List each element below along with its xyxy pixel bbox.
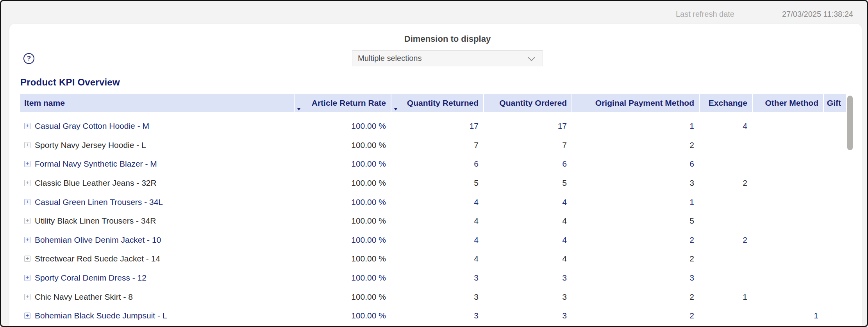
cell-qty-ordered: 4 <box>483 254 572 263</box>
cell-payment-method: 3 <box>572 273 699 283</box>
table-row[interactable]: + Sporty Coral Denim Dress - 12 100.00 %… <box>20 268 846 288</box>
cell-return-rate: 100.00 % <box>294 216 391 226</box>
column-header-other-method[interactable]: Other Method <box>752 94 823 112</box>
item-name-label: Formal Navy Synthetic Blazer - M <box>35 159 157 169</box>
expand-icon[interactable]: + <box>24 294 30 300</box>
cell-return-rate: 100.00 % <box>294 197 391 207</box>
table-row[interactable]: + Sporty Navy Jersey Hoodie - L 100.00 %… <box>20 136 846 155</box>
column-header-quantity-ordered[interactable]: Quantity Ordered <box>483 94 572 112</box>
column-header-quantity-returned[interactable]: Quantity Returned <box>391 94 483 112</box>
expand-icon[interactable]: + <box>24 199 30 205</box>
cell-item-name[interactable]: + Casual Green Linen Trousers - 34L <box>20 197 294 207</box>
expand-icon[interactable]: + <box>24 313 30 319</box>
cell-exchange: 2 <box>699 178 752 188</box>
column-header-article-return-rate[interactable]: Article Return Rate <box>294 94 391 112</box>
chevron-down-icon <box>528 54 535 61</box>
last-refresh-label: Last refresh date <box>676 10 734 19</box>
last-refresh-value: 27/03/2025 11:38:24 <box>782 10 853 19</box>
cell-return-rate: 100.00 % <box>294 292 391 302</box>
column-header-gift[interactable]: Gift <box>823 94 846 112</box>
cell-qty-returned: 3 <box>391 311 483 320</box>
expand-icon[interactable]: + <box>24 142 30 148</box>
cell-qty-returned: 4 <box>391 254 483 263</box>
cell-qty-returned: 3 <box>391 273 483 283</box>
item-name-label: Casual Green Linen Trousers - 34L <box>35 197 163 207</box>
cell-payment-method: 2 <box>572 235 699 245</box>
table-row[interactable]: + Chic Navy Leather Skirt - 8 100.00 %33… <box>20 287 846 306</box>
item-name-label: Classic Blue Leather Jeans - 32R <box>35 178 157 188</box>
column-header-item-name[interactable]: Item name <box>20 94 294 112</box>
cell-payment-method: 2 <box>572 254 699 263</box>
dashboard-card: Dimension to display Multiple selections… <box>9 24 862 327</box>
expand-icon[interactable]: + <box>24 256 30 262</box>
table-row[interactable]: + Bohemian Olive Denim Jacket - 10 100.0… <box>20 231 846 250</box>
cell-return-rate: 100.00 % <box>294 254 391 263</box>
cell-item-name[interactable]: + Classic Blue Leather Jeans - 32R <box>20 178 294 188</box>
cell-exchange: 1 <box>699 292 752 302</box>
cell-payment-method: 5 <box>572 216 699 226</box>
expand-icon[interactable]: + <box>24 237 30 243</box>
table-row[interactable]: + Utility Black Linen Trousers - 34R 100… <box>20 211 846 231</box>
cell-payment-method: 3 <box>572 178 699 188</box>
cell-return-rate: 100.00 % <box>294 121 391 131</box>
table-row[interactable]: + Classic Blue Leather Jeans - 32R 100.0… <box>20 174 846 193</box>
cell-item-name[interactable]: + Sporty Navy Jersey Hoodie - L <box>20 140 294 150</box>
cell-item-name[interactable]: + Chic Navy Leather Skirt - 8 <box>20 292 294 302</box>
help-icon[interactable]: ? <box>23 53 34 64</box>
cell-payment-method: 1 <box>572 197 699 207</box>
expand-icon[interactable]: + <box>24 275 30 281</box>
cell-qty-ordered: 4 <box>483 197 572 207</box>
cell-qty-ordered: 17 <box>483 121 572 131</box>
kpi-table: Item name Article Return Rate Quantity R… <box>20 94 846 325</box>
item-name-label: Sporty Coral Denim Dress - 12 <box>35 273 146 283</box>
vertical-scrollbar-thumb[interactable] <box>847 96 853 150</box>
cell-payment-method: 6 <box>572 159 699 169</box>
dimension-selector-title: Dimension to display <box>352 34 543 44</box>
cell-return-rate: 100.00 % <box>294 159 391 169</box>
cell-item-name[interactable]: + Sporty Coral Denim Dress - 12 <box>20 273 294 283</box>
cell-qty-returned: 3 <box>391 292 483 302</box>
app-window: Last refresh date 27/03/2025 11:38:24 Di… <box>0 0 868 327</box>
cell-item-name[interactable]: + Utility Black Linen Trousers - 34R <box>20 216 294 226</box>
column-header-exchange[interactable]: Exchange <box>699 94 752 112</box>
cell-return-rate: 100.00 % <box>294 235 391 245</box>
cell-qty-returned: 6 <box>391 159 483 169</box>
cell-item-name[interactable]: + Bohemian Olive Denim Jacket - 10 <box>20 235 294 245</box>
expand-icon[interactable]: + <box>24 180 30 186</box>
cell-payment-method: 2 <box>572 311 699 320</box>
sort-descending-icon <box>394 108 398 110</box>
item-name-label: Bohemian Olive Denim Jacket - 10 <box>35 235 161 245</box>
dimension-dropdown-value: Multiple selections <box>358 51 421 66</box>
sort-descending-icon <box>297 108 301 110</box>
expand-icon[interactable]: + <box>24 161 30 167</box>
expand-icon[interactable]: + <box>24 218 30 224</box>
cell-item-name[interactable]: + Bohemian Black Suede Jumpsuit - L <box>20 311 294 320</box>
cell-qty-ordered: 4 <box>483 235 572 245</box>
item-name-label: Sporty Navy Jersey Hoodie - L <box>35 140 146 150</box>
cell-qty-ordered: 4 <box>483 216 572 226</box>
cell-exchange: 2 <box>699 235 752 245</box>
cell-qty-ordered: 5 <box>483 178 572 188</box>
table-row[interactable]: + Streetwear Red Suede Jacket - 14 100.0… <box>20 249 846 268</box>
dimension-dropdown[interactable]: Multiple selections <box>352 50 543 66</box>
cell-qty-returned: 5 <box>391 178 483 188</box>
item-name-label: Casual Gray Cotton Hoodie - M <box>35 121 149 131</box>
table-row[interactable]: + Formal Navy Synthetic Blazer - M 100.0… <box>20 155 846 174</box>
expand-icon[interactable]: + <box>24 123 30 129</box>
table-body: + Casual Gray Cotton Hoodie - M 100.00 %… <box>20 117 846 325</box>
item-name-label: Chic Navy Leather Skirt - 8 <box>35 292 133 302</box>
cell-item-name[interactable]: + Formal Navy Synthetic Blazer - M <box>20 159 294 169</box>
table-row[interactable]: + Casual Green Linen Trousers - 34L 100.… <box>20 192 846 211</box>
cell-qty-returned: 4 <box>391 197 483 207</box>
table-row[interactable]: + Casual Gray Cotton Hoodie - M 100.00 %… <box>20 117 846 136</box>
cell-return-rate: 100.00 % <box>294 311 391 320</box>
cell-qty-ordered: 3 <box>483 311 572 320</box>
table-row[interactable]: + Bohemian Black Suede Jumpsuit - L 100.… <box>20 306 846 325</box>
column-header-original-payment-method[interactable]: Original Payment Method <box>572 94 699 112</box>
cell-qty-returned: 7 <box>391 140 483 150</box>
cell-item-name[interactable]: + Casual Gray Cotton Hoodie - M <box>20 121 294 131</box>
cell-item-name[interactable]: + Streetwear Red Suede Jacket - 14 <box>20 254 294 263</box>
cell-qty-returned: 17 <box>391 121 483 131</box>
table-title: Product KPI Overview <box>20 77 120 88</box>
cell-exchange: 4 <box>699 121 752 131</box>
